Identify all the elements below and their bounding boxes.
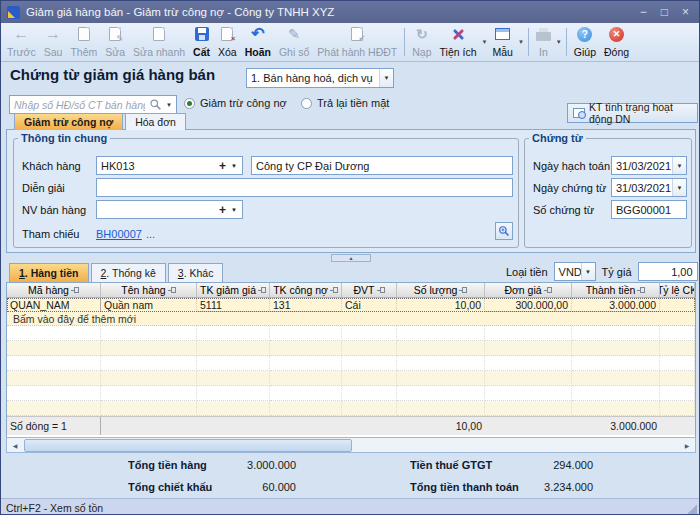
tab-thong-ke[interactable]: 2. Thống kê <box>91 263 166 282</box>
total-discount-value: 60.000 <box>196 481 296 493</box>
chevron-down-icon[interactable]: ▼ <box>482 39 488 45</box>
minimize-icon[interactable]: − <box>640 6 647 18</box>
pin-icon[interactable] <box>547 287 552 293</box>
col-header[interactable]: Đơn giá <box>485 283 572 297</box>
toolbar-separator <box>404 28 405 56</box>
add-new-row[interactable]: Bấm vào đây để thêm mới <box>7 312 695 326</box>
search-input[interactable] <box>10 99 149 111</box>
radio-option-cash[interactable]: Trả lại tiền mặt <box>301 97 389 109</box>
posting-date-picker[interactable]: 31/03/2021 ▼ <box>611 156 687 175</box>
plus-icon[interactable]: + <box>216 203 229 217</box>
reference-zoom-button[interactable] <box>495 222 513 240</box>
maximize-icon[interactable]: □ <box>661 6 668 18</box>
utilities-button[interactable]: Tiện ích <box>436 25 481 59</box>
col-header[interactable]: ĐVT <box>342 283 397 297</box>
col-header[interactable]: Tên hàng <box>101 283 197 297</box>
voucher-type-select[interactable]: 1. Bán hàng hoá, dịch vụ ▼ <box>246 68 394 88</box>
next-button[interactable]: → Sau <box>40 25 67 59</box>
template-button[interactable]: Mẫu <box>488 25 516 59</box>
rate-field[interactable]: 1,00 <box>638 262 698 281</box>
table-row-empty <box>7 356 695 371</box>
undo-button[interactable]: ↶ Hoãn <box>241 25 275 59</box>
resize-grip-icon[interactable] <box>687 504 697 514</box>
tab-giam-tru-cong-no[interactable]: Giảm trừ công nợ <box>14 113 123 130</box>
search-icon[interactable] <box>149 98 162 111</box>
reload-button[interactable]: ↻ Nạp <box>408 25 435 59</box>
currency-select[interactable]: VND ▼ <box>554 262 596 281</box>
add-button[interactable]: Thêm <box>66 25 101 59</box>
app-icon <box>7 6 20 19</box>
floppy-disk-icon <box>195 27 209 41</box>
vat-value: 294.000 <box>493 459 593 471</box>
quantity-total: 10,00 <box>397 417 485 435</box>
col-header[interactable]: TK công nợ <box>270 283 342 297</box>
col-header[interactable]: Mã hàng <box>7 283 101 297</box>
table-row[interactable]: QUAN_NAM Quần nam 5111 131 Cái 10,00 300… <box>7 298 695 312</box>
tab-khac[interactable]: 3. Khác <box>168 263 224 282</box>
posting-date-label: Ngày hạch toán <box>533 160 610 172</box>
row-count: Số dòng = 1 <box>7 417 101 435</box>
scroll-right-icon[interactable]: ▶ <box>679 438 695 452</box>
rate-label: Tỷ giá <box>602 266 632 278</box>
quick-edit-button[interactable]: Sửa nhanh <box>129 25 189 59</box>
document-icon <box>153 27 165 41</box>
customer-code-combo[interactable]: HK013 + ▼ <box>96 156 243 175</box>
close-icon[interactable]: × <box>682 6 689 18</box>
chevron-down-icon: ▼ <box>672 157 686 174</box>
magnifier-plus-icon <box>498 225 510 237</box>
group-legend: Chứng từ <box>529 132 586 144</box>
group-legend: Thông tin chung <box>18 132 110 144</box>
post-button[interactable]: ✎ Ghi sổ <box>275 25 313 59</box>
doc-date-picker[interactable]: 31/03/2021 ▼ <box>611 178 687 197</box>
scroll-left-icon[interactable]: ◀ <box>7 438 23 452</box>
save-button[interactable]: Cất <box>189 25 214 59</box>
chevron-down-icon[interactable]: ▼ <box>556 39 562 45</box>
doc-no-field[interactable]: BGG00001 <box>611 200 687 219</box>
help-button[interactable]: ? Giúp <box>570 25 600 59</box>
app-window: Giảm giá hàng bán - Giảm trừ công nợ - C… <box>0 0 700 515</box>
horizontal-scrollbar[interactable]: ◀ ▶ <box>6 437 696 453</box>
salesperson-label: NV bán hàng <box>22 204 86 216</box>
chevron-down-icon[interactable]: ▼ <box>229 207 242 213</box>
radio-label: Giảm trừ công nợ <box>200 97 287 109</box>
col-header[interactable]: TK giảm giá <box>197 283 270 297</box>
reference-link[interactable]: BH00007 <box>96 228 142 240</box>
delete-button[interactable]: × Xóa <box>214 25 241 59</box>
plus-icon[interactable]: + <box>216 159 229 173</box>
print-button[interactable]: In <box>532 25 555 59</box>
pin-icon[interactable] <box>640 287 645 293</box>
collapse-panel-button[interactable]: ▲ <box>331 254 371 262</box>
status-bar: Ctrl+F2 - Xem số tồn <box>1 498 699 515</box>
tab-hoa-don[interactable]: Hóa đơn <box>125 113 186 130</box>
reference-label: Tham chiếu <box>22 228 79 240</box>
description-field[interactable] <box>96 178 513 197</box>
reference-more-link[interactable]: ... <box>146 228 155 240</box>
close-window-button[interactable]: ✕ Đóng <box>600 25 633 59</box>
pin-icon[interactable] <box>333 287 338 293</box>
kt-status-button[interactable]: KT tình trạng hoạt động DN <box>567 103 698 123</box>
customer-name-field[interactable]: Công ty CP Đại Dương <box>251 156 513 175</box>
tab-hang-tien[interactable]: 1. Hàng tiền <box>9 263 89 282</box>
pencil-icon: ✎ <box>288 27 300 41</box>
col-header[interactable]: Số lượng <box>397 283 485 297</box>
chevron-down-icon[interactable]: ▼ <box>162 102 176 108</box>
edit-button[interactable]: ✎ Sửa <box>101 25 129 59</box>
table-row-empty <box>7 341 695 356</box>
pin-icon[interactable] <box>171 287 176 293</box>
pin-icon[interactable] <box>74 287 79 293</box>
tools-icon <box>451 27 466 42</box>
prev-button[interactable]: ← Trước <box>3 25 40 59</box>
salesperson-combo[interactable]: + ▼ <box>96 200 243 219</box>
issue-invoice-button[interactable]: ✔ Phát hành HĐĐT <box>313 25 401 59</box>
col-header[interactable]: Thành tiền <box>572 283 660 297</box>
chevron-down-icon[interactable]: ▼ <box>229 163 242 169</box>
pin-icon[interactable] <box>462 287 467 293</box>
pin-icon[interactable] <box>380 287 385 293</box>
chevron-down-icon[interactable]: ▼ <box>518 39 524 45</box>
col-header[interactable]: Tỷ lệ CK <box>660 283 695 297</box>
pin-icon[interactable] <box>261 287 266 293</box>
items-table: Mã hàng Tên hàng TK giảm giá TK công nợ … <box>6 282 696 453</box>
scrollbar-thumb[interactable] <box>24 439 352 452</box>
currency-label: Loại tiền <box>506 266 548 278</box>
radio-option-debt[interactable]: Giảm trừ công nợ <box>184 97 287 109</box>
